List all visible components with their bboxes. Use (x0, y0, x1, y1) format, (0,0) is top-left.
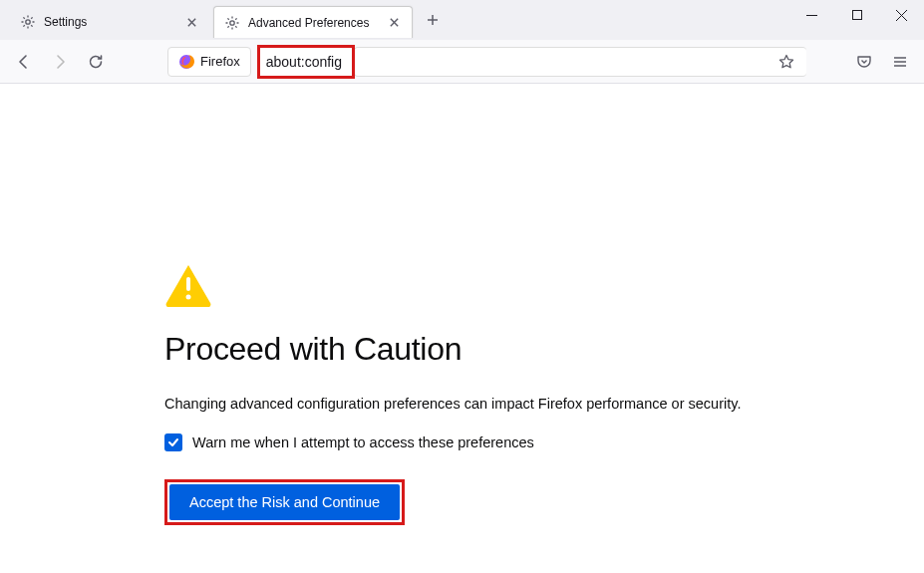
svg-rect-4 (186, 277, 190, 291)
svg-point-5 (186, 295, 191, 300)
firefox-icon (178, 54, 194, 70)
checkbox-label: Warn me when I attempt to access these p… (192, 434, 534, 450)
tab-label: Settings (44, 15, 175, 29)
url-context-button[interactable]: Firefox (167, 47, 251, 77)
close-icon[interactable] (386, 15, 402, 31)
reload-button[interactable] (80, 46, 112, 78)
maximize-button[interactable] (834, 0, 879, 30)
url-bar[interactable] (354, 47, 806, 77)
svg-point-0 (26, 20, 30, 24)
new-tab-button[interactable] (419, 6, 447, 34)
warning-description: Changing advanced configuration preferen… (164, 396, 924, 412)
close-window-button[interactable] (879, 0, 924, 30)
warning-icon (164, 263, 924, 311)
back-button[interactable] (8, 46, 40, 78)
warning-checkbox-row: Warn me when I attempt to access these p… (164, 433, 924, 451)
tab-label: Advanced Preferences (248, 16, 378, 30)
toolbar: Firefox about:config (0, 40, 924, 84)
tab-advanced-preferences[interactable]: Advanced Preferences (213, 6, 413, 38)
svg-point-1 (230, 20, 234, 24)
url-text[interactable]: about:config (266, 54, 342, 70)
accept-risk-button[interactable]: Accept the Risk and Continue (169, 484, 400, 520)
button-highlight: Accept the Risk and Continue (164, 479, 405, 525)
minimize-button[interactable] (789, 0, 834, 30)
tabs-bar: Settings Advanced Preferences (0, 0, 924, 40)
close-icon[interactable] (183, 14, 199, 30)
check-icon (167, 436, 179, 448)
window-controls (789, 0, 924, 40)
bookmark-star-button[interactable] (774, 50, 798, 74)
gear-icon (224, 15, 240, 31)
svg-rect-2 (852, 11, 861, 20)
url-highlight: about:config (257, 45, 355, 79)
url-context-label: Firefox (200, 54, 240, 69)
tab-settings[interactable]: Settings (10, 6, 209, 38)
gear-icon (20, 14, 36, 30)
warn-checkbox[interactable] (164, 433, 182, 451)
content-area: Proceed with Caution Changing advanced c… (0, 84, 924, 525)
forward-button[interactable] (44, 46, 76, 78)
menu-button[interactable] (884, 46, 916, 78)
pocket-button[interactable] (848, 46, 880, 78)
page-title: Proceed with Caution (164, 331, 924, 368)
